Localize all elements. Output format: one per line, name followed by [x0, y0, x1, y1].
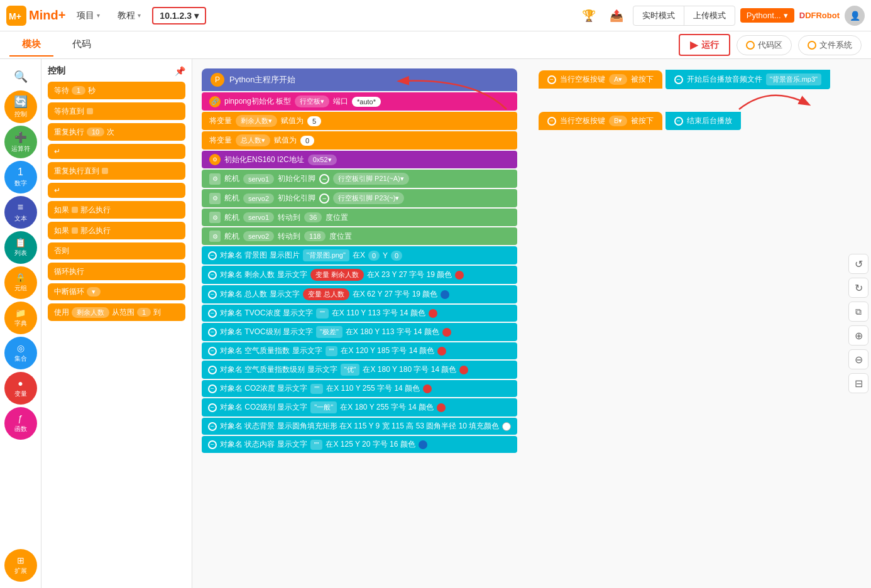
start-block[interactable]: P Python主程序开始: [202, 68, 517, 91]
block-servo2-rotate[interactable]: ⚙ 舵机 servo2 转动到 118 度位置: [202, 227, 517, 245]
block-aqi-level[interactable]: − 对象名 空气质量指数级别 显示文字 "优" 在X 180 Y 180 字号 …: [202, 361, 517, 379]
top-bar: M+ Mind+ 项目 ▾ 教程 ▾ 10.1.2.3 ▾ 🏆 📤 实时模式 上…: [0, 0, 871, 31]
block-tvoc-conc[interactable]: − 对象名 TVOC浓度 显示文字 "" 在X 110 Y 113 字号 14 …: [202, 305, 517, 322]
sidebar-item-extend[interactable]: ⊞ 扩展: [4, 549, 37, 582]
sidebar-item-set[interactable]: ◎ 集合: [4, 337, 37, 369]
python-icon: P: [211, 73, 224, 87]
block-co2-level[interactable]: − 对象名 CO2级别 显示文字 "一般" 在X 180 Y 255 字号 14…: [202, 398, 517, 416]
achievement-icon-button[interactable]: 🏆: [578, 4, 600, 27]
block-repeat-arrow[interactable]: ↵: [48, 144, 185, 159]
undo-button[interactable]: ↺: [848, 254, 868, 274]
project-menu-button[interactable]: 项目 ▾: [70, 8, 106, 24]
block-break[interactable]: 中断循环 ▾: [48, 283, 185, 300]
blocks-section-title: 控制: [48, 65, 65, 77]
search-button[interactable]: 🔍: [9, 65, 32, 88]
main-content: 🔍 🔄 控制 ➕ 运算符 1 数字 ≡ 文本 📋 列表 🔒 元组 📁 字典: [0, 59, 871, 588]
block-else[interactable]: 否则: [48, 242, 185, 259]
logo: M+ Mind+: [6, 6, 65, 26]
sidebar-item-list[interactable]: 📋 列表: [4, 231, 37, 264]
copy-button[interactable]: ⧉: [848, 302, 868, 322]
python-arrow-icon: ▾: [784, 11, 788, 20]
event-block-key-a[interactable]: − 当行空板按键 A▾ 被按下: [539, 70, 662, 89]
block-wait[interactable]: 等待 1 秒: [48, 82, 185, 99]
python-label: Pythont...: [747, 11, 781, 20]
version-arrow-icon: ▾: [194, 11, 199, 21]
mode-section: 实时模式 上传模式: [633, 6, 735, 26]
block-var-remaining[interactable]: 将变量 剩余人数▾ 赋值为 5: [202, 112, 517, 130]
file-system-label: 文件系统: [819, 40, 852, 51]
tutorial-label: 教程: [118, 10, 135, 21]
version-button[interactable]: 10.1.2.3 ▾: [152, 7, 206, 24]
block-status-content[interactable]: − 对象名 状态内容 显示文字 "" 在X 125 Y 20 字号 16 颜色: [202, 436, 517, 453]
block-stop-audio[interactable]: − 结束后台播放: [666, 112, 741, 130]
code-area-button[interactable]: 代码区: [737, 35, 792, 55]
blocks-section-header: 控制 📌: [48, 65, 185, 77]
logo-text: Mind+: [29, 8, 65, 23]
block-ens160[interactable]: ⚙ 初始化ENS160 I2C地址 0x52▾: [202, 151, 517, 168]
event-blocks-section: − 当行空板按键 A▾ 被按下 − 开始后台播放音频文件 "背景音乐.mp3" …: [539, 68, 830, 130]
tab-bar: 模块 代码 ▶ 运行 代码区 文件系统: [0, 31, 871, 59]
code-area-label: 代码区: [758, 40, 782, 51]
block-servo1-init[interactable]: ⚙ 舵机 servo1 初始化引脚 − 行空板引脚 P21(~A)▾: [202, 170, 517, 188]
block-servo2-init[interactable]: ⚙ 舵机 servo2 初始化引脚 − 行空板引脚 P23(~)▾: [202, 189, 517, 207]
block-play-audio[interactable]: − 开始后台播放音频文件 "背景音乐.mp3": [666, 70, 830, 89]
redo-button[interactable]: ↻: [848, 278, 868, 298]
share-icon-button[interactable]: 📤: [605, 4, 628, 27]
user-avatar[interactable]: 👤: [845, 6, 865, 26]
python-select-button[interactable]: Pythont... ▾: [740, 8, 794, 23]
code-area-icon: [746, 41, 755, 50]
tutorial-arrow-icon: ▾: [138, 12, 141, 19]
block-if-else[interactable]: 如果 那么执行: [48, 222, 185, 239]
run-label: 运行: [701, 40, 719, 51]
block-var-total[interactable]: 将变量 总人数▾ 赋值为 0: [202, 131, 517, 150]
event-group-2: − 当行空板按键 B▾ 被按下 − 结束后台播放: [539, 111, 830, 130]
realtime-mode-button[interactable]: 实时模式: [633, 6, 684, 25]
canvas-area[interactable]: P Python主程序开始 🔗 pinpong初始化 板型 行空板▾ 端口 *a…: [192, 59, 871, 588]
block-if-then[interactable]: 如果 那么执行: [48, 201, 185, 219]
run-play-icon: ▶: [690, 39, 698, 51]
event-group-1: − 当行空板按键 A▾ 被按下 − 开始后台播放音频文件 "背景音乐.mp3": [539, 68, 830, 89]
block-wait-until[interactable]: 等待直到: [48, 102, 185, 120]
sidebar-item-text[interactable]: ≡ 文本: [4, 196, 37, 229]
block-co2-conc[interactable]: − 对象名 CO2浓度 显示文字 "" 在X 110 Y 255 字号 14 颜…: [202, 380, 517, 397]
blocks-panel: 控制 📌 等待 1 秒 等待直到 重复执行 10 次 ↵ 重复执行直到 ↵: [41, 59, 192, 588]
version-text: 10.1.2.3: [160, 11, 192, 21]
block-servo1-rotate[interactable]: ⚙ 舵机 servo1 转动到 36 度位置: [202, 209, 517, 226]
block-for[interactable]: 使用 剩余人数 从范围 1 到: [48, 303, 185, 321]
sidebar-item-number[interactable]: 1 数字: [4, 161, 37, 193]
dfrobot-logo: DDFRobot: [799, 11, 840, 20]
sidebar-item-dict[interactable]: 📁 字典: [4, 302, 37, 334]
zoom-out-button[interactable]: ⊖: [848, 349, 868, 369]
sidebar-item-tuple[interactable]: 🔒 元组: [4, 266, 37, 299]
block-bg-image[interactable]: − 对象名 背景图 显示图片 "背景图.png" 在X 0 Y 0: [202, 246, 517, 264]
sidebar-item-function[interactable]: ƒ 函数: [4, 407, 37, 440]
tab-blocks[interactable]: 模块: [9, 33, 53, 57]
tutorial-menu-button[interactable]: 教程 ▾: [111, 8, 147, 24]
block-total-display[interactable]: − 对象名 总人数 显示文字 变量 总人数 在X 62 Y 27 字号 19 颜…: [202, 285, 517, 303]
sidebar-item-control[interactable]: 🔄 控制: [4, 90, 37, 123]
block-repeat-until-arrow[interactable]: ↵: [48, 183, 185, 198]
sidebar-item-operator[interactable]: ➕ 运算符: [4, 126, 37, 158]
file-system-icon: [808, 41, 816, 50]
block-pinpong[interactable]: 🔗 pinpong初始化 板型 行空板▾ 端口 *auto*: [202, 92, 517, 111]
block-remaining-display[interactable]: − 对象名 剩余人数 显示文字 变量 剩余人数 在X 23 Y 27 字号 19…: [202, 266, 517, 284]
main-block-group: P Python主程序开始 🔗 pinpong初始化 板型 行空板▾ 端口 *a…: [202, 68, 517, 453]
file-system-button[interactable]: 文件系统: [798, 35, 862, 55]
run-button[interactable]: ▶ 运行: [679, 34, 730, 56]
pin-icon[interactable]: 📌: [175, 66, 185, 76]
zoom-in-button[interactable]: ⊕: [848, 325, 868, 346]
block-repeat-until[interactable]: 重复执行直到: [48, 162, 185, 180]
project-label: 项目: [77, 10, 94, 21]
block-loop[interactable]: 循环执行: [48, 263, 185, 280]
block-repeat[interactable]: 重复执行 10 次: [48, 123, 185, 141]
event-block-key-b[interactable]: − 当行空板按键 B▾ 被按下: [539, 112, 662, 130]
upload-mode-button[interactable]: 上传模式: [684, 6, 735, 25]
sidebar-item-variable[interactable]: ● 变量: [4, 372, 37, 405]
block-aqi[interactable]: − 对象名 空气质量指数 显示文字 "" 在X 120 Y 185 字号 14 …: [202, 342, 517, 359]
tab-code[interactable]: 代码: [60, 33, 104, 57]
project-arrow-icon: ▾: [97, 12, 100, 19]
fit-button[interactable]: ⊟: [848, 373, 868, 393]
block-tvoc-level[interactable]: − 对象名 TVOC级别 显示文字 "极差" 在X 180 Y 113 字号 1…: [202, 323, 517, 341]
block-status-bg[interactable]: − 对象名 状态背景 显示圆角填充矩形 在X 115 Y 9 宽 115 高 5…: [202, 418, 517, 435]
logo-icon: M+: [6, 6, 26, 26]
